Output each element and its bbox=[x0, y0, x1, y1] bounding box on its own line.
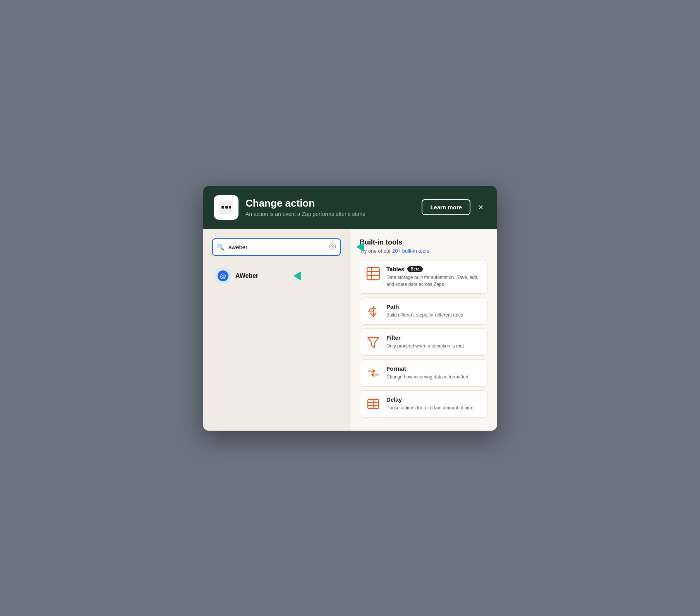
right-panel: Built-in tools Try one of our 20+ built-… bbox=[350, 229, 497, 431]
result-arrow-indicator bbox=[293, 271, 301, 281]
path-svg-icon bbox=[366, 304, 380, 318]
tables-desc: Data storage built for automation. Save,… bbox=[386, 274, 482, 288]
tool-card-delay[interactable]: Delay Pause actions for a certain amount… bbox=[360, 390, 488, 418]
delay-desc: Pause actions for a certain amount of ti… bbox=[386, 404, 482, 411]
modal-subtitle: An action is an event a Zap performs aft… bbox=[245, 211, 415, 217]
header-text: Change action An action is an event a Za… bbox=[245, 197, 415, 217]
search-input[interactable] bbox=[212, 238, 341, 256]
path-icon bbox=[365, 303, 381, 319]
svg-rect-3 bbox=[229, 206, 231, 209]
svg-marker-12 bbox=[368, 337, 379, 347]
search-results-list: @ AWeber bbox=[212, 264, 341, 288]
format-name: Format bbox=[386, 365, 406, 372]
format-name-row: Format bbox=[386, 365, 482, 372]
filter-name-row: Filter bbox=[386, 334, 482, 341]
tables-beta-badge: Beta bbox=[407, 266, 423, 272]
format-icon bbox=[365, 365, 381, 381]
change-action-modal: Change action An action is an event a Za… bbox=[203, 186, 497, 431]
search-clear-button[interactable]: ⓧ bbox=[329, 243, 336, 250]
format-info: Format Change how incoming data is forma… bbox=[386, 365, 482, 380]
built-in-subtitle: Try one of our 20+ built-in tools bbox=[360, 248, 488, 254]
svg-text:@: @ bbox=[220, 273, 226, 279]
tables-info: Tables Beta Data storage built for autom… bbox=[386, 266, 482, 288]
modal-header: Change action An action is an event a Za… bbox=[203, 186, 497, 229]
tool-card-filter[interactable]: Filter Only proceed when a condition is … bbox=[360, 329, 488, 356]
tool-card-format[interactable]: Format Change how incoming data is forma… bbox=[360, 359, 488, 387]
delay-icon bbox=[365, 396, 381, 412]
learn-more-button[interactable]: Learn more bbox=[422, 199, 470, 215]
delay-svg-icon bbox=[366, 397, 380, 411]
path-desc: Build different steps for different rule… bbox=[386, 311, 482, 318]
close-button[interactable]: × bbox=[475, 202, 486, 213]
aweber-logo: @ bbox=[215, 268, 231, 284]
tables-name: Tables bbox=[386, 266, 404, 272]
search-wrap: 🔍 ⓧ bbox=[212, 238, 341, 256]
list-item[interactable]: @ AWeber bbox=[212, 264, 341, 288]
header-actions: Learn more × bbox=[422, 199, 486, 215]
aweber-logo-icon: @ bbox=[218, 270, 228, 281]
result-name: AWeber bbox=[235, 272, 258, 279]
built-in-title: Built-in tools bbox=[360, 238, 488, 246]
left-panel: 🔍 ⓧ @ AWeber bbox=[203, 229, 350, 431]
format-desc: Change how incoming data is formatted bbox=[386, 373, 482, 380]
built-in-tools-link[interactable]: 20+ built-in tools bbox=[392, 248, 429, 254]
path-info: Path Build different steps for different… bbox=[386, 303, 482, 318]
tool-card-tables[interactable]: Tables Beta Data storage built for autom… bbox=[360, 260, 488, 294]
delay-name-row: Delay bbox=[386, 396, 482, 403]
modal-title: Change action bbox=[245, 197, 415, 209]
filter-svg-icon bbox=[366, 335, 380, 349]
filter-name: Filter bbox=[386, 334, 401, 341]
subtitle-prefix: Try one of our bbox=[360, 248, 392, 254]
delay-info: Delay Pause actions for a certain amount… bbox=[386, 396, 482, 411]
zapier-logo-icon bbox=[219, 200, 233, 214]
delay-name: Delay bbox=[386, 396, 402, 403]
header-icon bbox=[214, 195, 238, 220]
format-svg-icon bbox=[366, 366, 380, 380]
svg-rect-2 bbox=[225, 206, 228, 209]
modal-body: 🔍 ⓧ @ AWeber bbox=[203, 229, 497, 431]
tool-card-path[interactable]: Path Build different steps for different… bbox=[360, 298, 488, 325]
tables-svg-icon bbox=[366, 267, 380, 281]
path-name: Path bbox=[386, 303, 399, 310]
filter-icon bbox=[365, 334, 381, 350]
filter-info: Filter Only proceed when a condition is … bbox=[386, 334, 482, 349]
filter-desc: Only proceed when a condition is met bbox=[386, 342, 482, 349]
search-icon: 🔍 bbox=[217, 243, 225, 251]
svg-rect-6 bbox=[367, 267, 379, 280]
svg-rect-1 bbox=[221, 206, 224, 209]
search-arrow-indicator bbox=[356, 242, 364, 252]
tables-icon bbox=[365, 266, 381, 281]
path-name-row: Path bbox=[386, 303, 482, 310]
tables-name-row: Tables Beta bbox=[386, 266, 482, 272]
